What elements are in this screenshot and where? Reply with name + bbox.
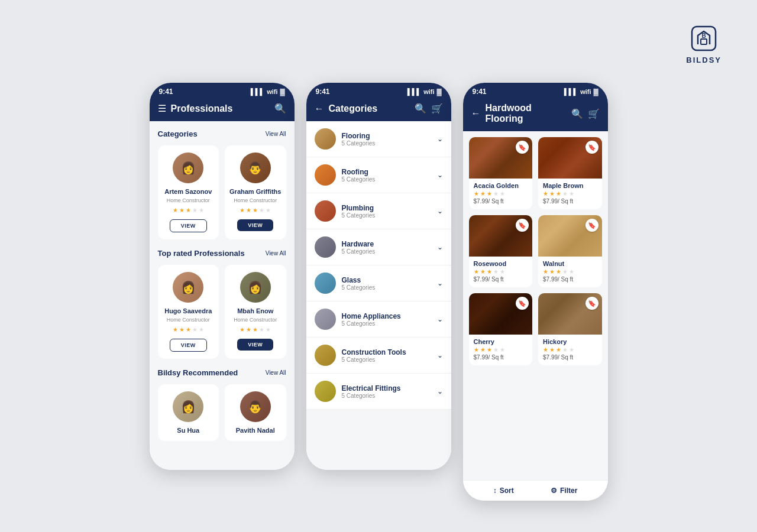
roofing-chevron: ⌄ xyxy=(437,171,443,179)
cart-icon-p2[interactable]: 🛒 xyxy=(431,103,443,114)
electrical-name: Electrical Fittings xyxy=(342,384,437,392)
search-icon-p3[interactable]: 🔍 xyxy=(571,108,583,119)
bookmark-maple[interactable]: 🔖 xyxy=(585,141,599,154)
hardwood-nav-title: Hardwood Flooring xyxy=(486,103,567,124)
logo-text: BILDSY xyxy=(686,56,722,64)
bookmark-walnut[interactable]: 🔖 xyxy=(585,219,599,232)
recommended-view-all[interactable]: View All xyxy=(266,369,286,376)
category-glass[interactable]: Glass 5 Categories ⌄ xyxy=(306,265,451,301)
pro-card-artem: 👩 Artem Sazonov Home Constructor ★ ★ ★ ★… xyxy=(158,145,219,239)
product-walnut: 🔖 Walnut ★ ★ ★ ★ ★ $7.99/ Sq ft xyxy=(538,215,602,287)
top-rated-row: 👩 Hugo Saavedra Home Constructor ★ ★ ★ ★… xyxy=(158,265,286,359)
hickory-info: Hickory ★ ★ ★ ★ ★ $7.99/ Sq ft xyxy=(538,335,602,365)
glass-sub: 5 Categories xyxy=(342,284,437,291)
bookmark-acacia[interactable]: 🔖 xyxy=(516,141,529,154)
appliances-chevron: ⌄ xyxy=(437,315,443,323)
bookmark-hickory[interactable]: 🔖 xyxy=(585,297,599,310)
walnut-price: $7.99/ Sq ft xyxy=(543,276,597,283)
appliances-sub: 5 Categories xyxy=(342,320,437,327)
flooring-name: Flooring xyxy=(342,132,437,140)
categories-nav-title: Categories xyxy=(329,103,410,114)
categories-header: Categories View All xyxy=(158,129,286,138)
plumbing-chevron: ⌄ xyxy=(437,207,443,215)
plumbing-name: Plumbing xyxy=(342,204,437,212)
category-hardware[interactable]: Hardware 5 Categories ⌄ xyxy=(306,229,451,265)
filter-label: Filter xyxy=(560,486,577,495)
top-rated-view-all[interactable]: View All xyxy=(266,250,286,257)
rosewood-price: $7.99/ Sq ft xyxy=(474,276,528,283)
view-btn-artem[interactable]: VIEW xyxy=(170,219,207,232)
product-cherry: 🔖 Cherry ★ ★ ★ ★ ★ $7.99/ Sq ft xyxy=(469,293,533,365)
product-maple: 🔖 Maple Brown ★ ★ ★ ★ ★ $7.99/ Sq ft xyxy=(538,137,602,209)
avatar-mbah: 👩 xyxy=(240,272,271,303)
maple-info: Maple Brown ★ ★ ★ ★ ★ $7.99/ Sq ft xyxy=(538,179,602,209)
construction-icon xyxy=(315,345,336,366)
category-flooring[interactable]: Flooring 5 Categories ⌄ xyxy=(306,121,451,157)
acacia-price: $7.99/ Sq ft xyxy=(474,198,528,205)
recommended-row: 👩 Su Hua 👨 Pavith Nadal xyxy=(158,384,286,441)
battery-icon-3: ▓ xyxy=(593,88,598,95)
walnut-name: Walnut xyxy=(543,260,597,267)
categories-title: Categories xyxy=(158,129,198,138)
phones-container: 9:41 ▌▌▌ wifi ▓ ☰ Professionals 🔍 Catego… xyxy=(0,0,757,501)
menu-icon[interactable]: ☰ xyxy=(158,103,166,114)
signal-icon-3: ▌▌▌ xyxy=(564,88,578,95)
stars-hugo: ★ ★ ★ ★ ★ xyxy=(173,326,204,333)
battery-icon-2: ▓ xyxy=(436,88,441,95)
roofing-info: Roofing 5 Categories xyxy=(342,168,437,183)
construction-info: Construction Tools 5 Categories xyxy=(342,348,437,363)
sort-button[interactable]: ↕ Sort xyxy=(493,486,514,495)
status-bar-1: 9:41 ▌▌▌ wifi ▓ xyxy=(150,83,295,98)
recommended-header: Bildsy Recommended View All xyxy=(158,368,286,377)
electrical-icon xyxy=(315,381,336,402)
hardware-chevron: ⌄ xyxy=(437,243,443,251)
pro-role-artem: Home Constructor xyxy=(167,197,210,203)
top-rated-section: Top rated Professionals View All 👩 Hugo … xyxy=(158,249,286,359)
acacia-stars: ★ ★ ★ ★ ★ xyxy=(474,190,528,197)
filter-icon: ⚙ xyxy=(551,486,557,495)
avatar-hugo: 👩 xyxy=(173,272,203,303)
category-home-appliances[interactable]: Home Appliances 5 Categories ⌄ xyxy=(306,301,451,338)
time-3: 9:41 xyxy=(473,87,487,96)
pro-card-suhua: 👩 Su Hua xyxy=(158,384,219,441)
avatar-pavith: 👨 xyxy=(240,391,271,422)
electrical-sub: 5 Categories xyxy=(342,392,437,399)
category-roofing[interactable]: Roofing 5 Categories ⌄ xyxy=(306,157,451,193)
professionals-title: Professionals xyxy=(171,103,270,114)
hardware-icon xyxy=(315,236,336,258)
category-construction-tools[interactable]: Construction Tools 5 Categories ⌄ xyxy=(306,338,451,374)
avatar-graham: 👨 xyxy=(240,153,271,183)
filter-button[interactable]: ⚙ Filter xyxy=(551,486,577,495)
pro-card-mbah: 👩 Mbah Enow Home Constructor ★ ★ ★ ★ ★ V… xyxy=(225,265,286,359)
back-icon-p2[interactable]: ← xyxy=(315,103,324,114)
bookmark-rosewood[interactable]: 🔖 xyxy=(516,219,529,232)
cart-icon-p3[interactable]: 🛒 xyxy=(588,108,600,119)
categories-list: Flooring 5 Categories ⌄ Roofing 5 Catego… xyxy=(306,121,451,410)
view-btn-hugo[interactable]: VIEW xyxy=(170,339,207,352)
maple-stars: ★ ★ ★ ★ ★ xyxy=(543,190,597,197)
construction-name: Construction Tools xyxy=(342,348,437,356)
pro-name-hugo: Hugo Saavedra xyxy=(164,307,212,314)
category-electrical[interactable]: Electrical Fittings 5 Categories ⌄ xyxy=(306,374,451,410)
nav-bar-hardwood: ← Hardwood Flooring 🔍 🛒 xyxy=(463,98,608,131)
search-icon-p2[interactable]: 🔍 xyxy=(415,103,426,114)
view-btn-graham[interactable]: VIEW xyxy=(237,219,273,231)
glass-name: Glass xyxy=(342,276,437,284)
back-icon-p3[interactable]: ← xyxy=(471,108,481,119)
recommended-title: Bildsy Recommended xyxy=(158,368,238,377)
plumbing-sub: 5 Categories xyxy=(342,212,437,219)
cherry-name: Cherry xyxy=(474,338,528,345)
acacia-name: Acacia Golden xyxy=(474,182,528,189)
status-bar-2: 9:41 ▌▌▌ wifi ▓ xyxy=(306,83,451,98)
wifi-icon-2: wifi xyxy=(423,88,434,95)
categories-view-all[interactable]: View All xyxy=(266,131,286,137)
view-btn-mbah[interactable]: VIEW xyxy=(237,339,273,351)
search-icon-p1[interactable]: 🔍 xyxy=(274,103,286,114)
pro-role-graham: Home Constructor xyxy=(234,197,277,203)
category-plumbing[interactable]: Plumbing 5 Categories ⌄ xyxy=(306,193,451,229)
glass-info: Glass 5 Categories xyxy=(342,276,437,291)
bookmark-cherry[interactable]: 🔖 xyxy=(516,297,529,310)
signal-icon: ▌▌▌ xyxy=(251,88,264,95)
top-rated-title: Top rated Professionals xyxy=(158,249,245,258)
battery-icon: ▓ xyxy=(280,88,284,95)
